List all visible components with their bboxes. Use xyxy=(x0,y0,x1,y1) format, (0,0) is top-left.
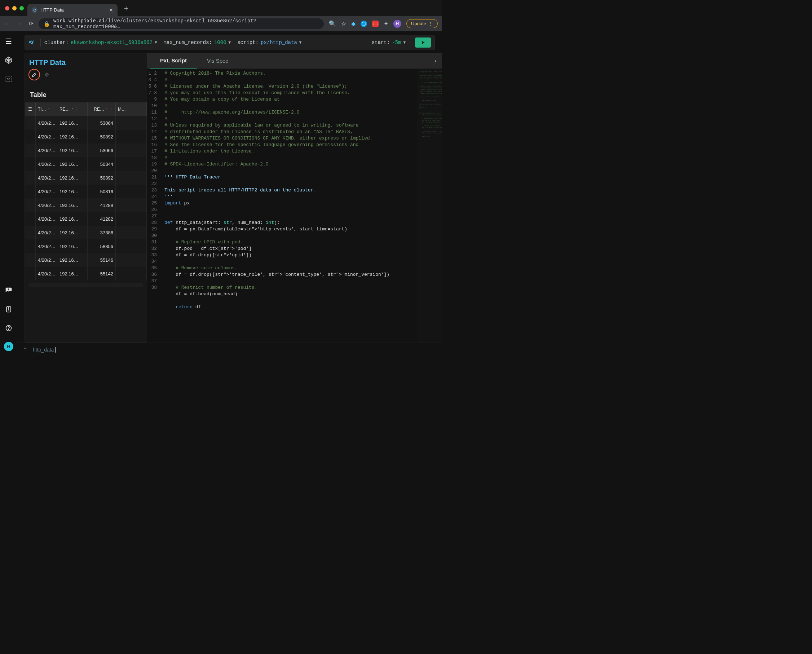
cell-remote-addr: 192.16… xyxy=(57,130,88,144)
close-tab-icon[interactable]: ✕ xyxy=(109,7,113,13)
column-header-extra[interactable]: M… xyxy=(116,102,147,116)
param-max-records[interactable]: max_num_records: 1000 ▼ xyxy=(164,40,231,46)
nav-back-icon[interactable]: ← xyxy=(4,21,10,27)
table-row[interactable]: 4/20/2…192.16…50892 xyxy=(25,130,147,144)
panel-title: HTTP Data xyxy=(25,53,147,69)
editor-panel: PxL Script Vis Spec › 1 2 3 4 5 6 7 8 9 … xyxy=(147,53,442,342)
close-window-icon[interactable] xyxy=(5,6,9,11)
cell-remote-port: 53066 xyxy=(88,144,116,157)
maximize-window-icon[interactable] xyxy=(20,6,24,11)
kubernetes-wheel-icon[interactable] xyxy=(4,55,14,65)
browser-tab[interactable]: ◔ HTTP Data ✕ xyxy=(28,4,118,16)
extension-red-icon[interactable]: ⋮⋮ xyxy=(372,21,379,27)
horizontal-scrollbar[interactable] xyxy=(29,283,143,287)
table-row[interactable]: 4/20/2…192.16…53064 xyxy=(25,116,147,130)
cell-remote-addr: 192.16… xyxy=(57,253,88,267)
nav-reload-icon[interactable]: ⟳ xyxy=(29,20,34,27)
row-handle xyxy=(25,239,36,253)
run-script-button[interactable] xyxy=(415,38,431,47)
browser-profile-avatar[interactable]: H xyxy=(393,20,401,28)
extension-gem-icon[interactable]: ◆ xyxy=(351,20,356,27)
table-row[interactable]: 4/20/2…192.16…53066 xyxy=(25,144,147,157)
cell-time: 4/20/2… xyxy=(36,116,57,130)
cell-time: 4/20/2… xyxy=(36,130,57,144)
row-handle xyxy=(25,116,36,130)
chevron-right-icon[interactable]: › xyxy=(431,58,439,64)
drag-handle-icon[interactable]: ✥ xyxy=(44,71,49,78)
row-handle xyxy=(25,267,36,281)
code-editor[interactable]: 1 2 3 4 5 6 7 8 9 10 11 12 13 14 15 16 1… xyxy=(147,69,442,342)
tab-vis-spec[interactable]: Vis Spec xyxy=(197,53,239,69)
cell-remote-port: 58356 xyxy=(88,239,116,253)
cell-time: 4/20/2… xyxy=(36,144,57,157)
cell-remote-addr: 192.16… xyxy=(57,212,88,226)
table-body[interactable]: 4/20/2…192.16…530644/20/2…192.16…508924/… xyxy=(25,116,147,281)
table-row[interactable]: 4/20/2…192.16…58356 xyxy=(25,239,147,253)
table-row[interactable]: 4/20/2…192.16…41288 xyxy=(25,198,147,212)
cell-remote-addr: 192.16… xyxy=(57,171,88,185)
browser-tab-title: HTTP Data xyxy=(40,7,64,12)
cell-remote-port: 50816 xyxy=(88,185,116,198)
script-label: script: xyxy=(237,40,258,46)
minimize-window-icon[interactable] xyxy=(12,6,17,11)
chevron-up-icon[interactable]: ˄ xyxy=(24,347,26,353)
pixie-logo-icon[interactable]: ᵖX xyxy=(28,40,34,46)
cluster-value: eksworkshop-eksctl_6936e862 xyxy=(71,40,153,46)
row-handle xyxy=(25,226,36,239)
svg-point-9 xyxy=(8,330,8,330)
table-row[interactable]: 4/20/2…192.16…50892 xyxy=(25,171,147,185)
table-row[interactable]: 4/20/2…192.16…55142 xyxy=(25,267,147,281)
cell-extra xyxy=(116,226,147,239)
bottom-script-name[interactable]: http_data xyxy=(33,347,56,353)
editor-code-area[interactable]: # Copyright 2018- The Pixie Authors.## L… xyxy=(160,69,417,342)
extension-circle-icon[interactable]: ◯ xyxy=(361,21,367,27)
hamburger-menu-icon[interactable]: ☰ xyxy=(4,37,14,46)
column-header-time[interactable]: TI…˄⋮ xyxy=(36,102,57,116)
cell-time: 4/20/2… xyxy=(36,267,57,281)
docs-icon[interactable] xyxy=(4,304,14,315)
table-row[interactable]: 4/20/2…192.16…55146 xyxy=(25,253,147,267)
address-bar[interactable]: 🔒 work.withpixie.ai/live/clusters/ekswor… xyxy=(38,18,324,29)
edit-script-button[interactable] xyxy=(29,69,40,80)
table-panel: HTTP Data ✥ Table ☰ TI…˄⋮ RE…˄⋮ RE…˄⋮ M…… xyxy=(24,53,147,342)
start-label: start: xyxy=(372,40,390,46)
param-script[interactable]: script: px/http_data ▼ xyxy=(237,40,301,46)
table-header: ☰ TI…˄⋮ RE…˄⋮ RE…˄⋮ M… xyxy=(25,102,147,116)
row-handle xyxy=(25,185,36,198)
cell-remote-addr: 192.16… xyxy=(57,198,88,212)
announcement-icon[interactable] xyxy=(4,286,14,296)
table-label: Table xyxy=(25,84,147,102)
param-cluster[interactable]: cluster: eksworkshop-eksctl_6936e862 ▼ xyxy=(44,40,157,46)
cursor-icon xyxy=(55,347,56,353)
cell-remote-port: 41282 xyxy=(88,212,116,226)
cell-time: 4/20/2… xyxy=(36,157,57,171)
table-row[interactable]: 4/20/2…192.16…50344 xyxy=(25,157,147,171)
cell-extra xyxy=(116,267,147,281)
table-row[interactable]: 4/20/2…192.16…50816 xyxy=(25,185,147,198)
column-menu-button[interactable]: ☰ xyxy=(25,102,36,116)
bottom-status-bar: ˄ http_data xyxy=(17,342,442,356)
browser-tab-strip: ◔ HTTP Data ✕ ＋ xyxy=(0,0,442,16)
tab-pxl-script[interactable]: PxL Script xyxy=(150,53,197,69)
column-header-remote-addr[interactable]: RE…˄⋮ xyxy=(57,102,88,116)
window-controls xyxy=(5,6,24,11)
help-icon[interactable] xyxy=(4,323,14,333)
cell-remote-port: 50344 xyxy=(88,157,116,171)
cluster-label: cluster: xyxy=(44,40,69,46)
extensions-puzzle-icon[interactable]: ✦ xyxy=(384,20,388,27)
omnibox-search-icon[interactable]: 🔍 xyxy=(329,20,336,27)
table-row[interactable]: 4/20/2…192.16…41282 xyxy=(25,212,147,226)
chevron-down-icon: ▼ xyxy=(403,40,406,45)
table-row[interactable]: 4/20/2…192.16…37386 xyxy=(25,226,147,239)
user-avatar[interactable]: H xyxy=(4,342,13,351)
editor-minimap[interactable]: # Copyright 2018- The Pixie Authors. # #… xyxy=(417,69,442,342)
column-header-remote-port[interactable]: RE…˄⋮ xyxy=(88,102,116,116)
new-tab-button[interactable]: ＋ xyxy=(122,3,130,13)
start-value: -5m xyxy=(392,40,401,46)
cell-extra xyxy=(116,212,147,226)
namespace-icon[interactable]: ns xyxy=(4,74,14,84)
cell-extra xyxy=(116,130,147,144)
param-start[interactable]: start: -5m ▼ xyxy=(372,40,406,46)
bookmark-star-icon[interactable]: ☆ xyxy=(341,20,346,27)
browser-update-button[interactable]: Update ⋮ xyxy=(406,19,438,28)
